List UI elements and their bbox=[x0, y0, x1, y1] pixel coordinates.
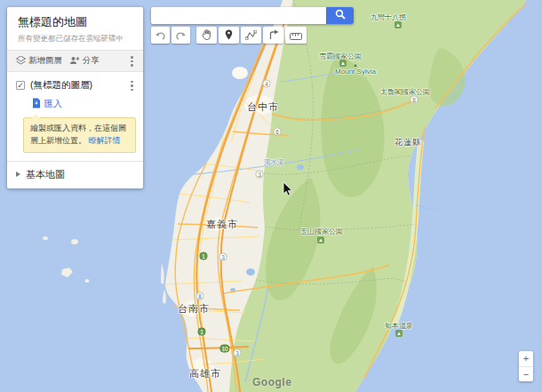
map-label-yushan-park: 玉山國家公園 bbox=[300, 227, 343, 236]
park-badge-icon: ▲ bbox=[395, 21, 402, 28]
route-shield: 3 bbox=[256, 171, 264, 179]
add-marker-button[interactable] bbox=[219, 27, 239, 44]
import-label: 匯入 bbox=[44, 98, 62, 110]
measure-ruler-button[interactable] bbox=[285, 27, 307, 44]
redo-button[interactable] bbox=[171, 27, 190, 44]
zoom-out-button[interactable]: − bbox=[519, 366, 533, 381]
map-label-mount-sylvia: Mount Sylvia bbox=[335, 68, 376, 76]
route-shield: 3 bbox=[219, 253, 227, 261]
map-label-zhuoshui-river: 濁水溪 bbox=[264, 158, 284, 167]
mouse-cursor bbox=[283, 181, 293, 201]
park-badge-icon: ▲ bbox=[339, 60, 347, 67]
mountain-peak-icon: ▲ bbox=[353, 62, 358, 68]
route-shield: 8 bbox=[410, 96, 418, 104]
layer-tip: 繪製或匯入資料，在這個圖層上新增位置。 瞭解詳情 bbox=[23, 117, 136, 153]
route-shield: 10 bbox=[219, 345, 229, 353]
import-file-icon bbox=[32, 98, 41, 110]
draw-line-button[interactable] bbox=[241, 27, 261, 44]
search-button[interactable] bbox=[326, 7, 354, 24]
add-layer-button[interactable]: 新增圖層 bbox=[14, 54, 64, 68]
map-label-tainan: 台南市 bbox=[178, 302, 210, 316]
pan-hand-button[interactable] bbox=[196, 27, 217, 44]
zoom-in-button[interactable]: + bbox=[519, 351, 533, 366]
zoom-control: + − bbox=[519, 351, 533, 381]
undo-icon bbox=[155, 28, 166, 44]
ruler-icon bbox=[290, 28, 302, 44]
map-editor-panel: 無標題的地圖 所有變更都已儲存在雲端硬碟中 新增圖層 分享 ✓ (無標題的圖層) bbox=[7, 7, 143, 188]
park-badge-icon: ▲ bbox=[317, 236, 324, 244]
route-shield: 4 bbox=[263, 80, 271, 88]
layer-name[interactable]: (無標題的圖層) bbox=[30, 79, 92, 92]
share-person-icon bbox=[69, 56, 80, 67]
expand-triangle-icon bbox=[16, 172, 20, 177]
layers-icon bbox=[16, 56, 26, 67]
my-maps-app: 台中市 嘉義市 台南市 高雄市 花蓮縣 雪霸國家公園 Mount Sylvia … bbox=[0, 0, 542, 392]
google-logo: Google bbox=[252, 376, 291, 388]
share-button[interactable]: 分享 bbox=[68, 54, 101, 68]
route-shield: 1 bbox=[198, 328, 206, 336]
map-label-kaohsiung: 高雄市 bbox=[189, 367, 221, 380]
polyline-icon bbox=[245, 28, 257, 44]
map-label-chiayi: 嘉義市 bbox=[206, 218, 238, 231]
save-status: 所有變更都已儲存在雲端硬碟中 bbox=[18, 34, 132, 44]
map-label-zhiben: 知本溫泉 bbox=[385, 321, 413, 331]
panel-menu-button[interactable] bbox=[127, 55, 136, 67]
search-icon bbox=[335, 9, 346, 22]
search-bar bbox=[151, 7, 354, 24]
map-label-taichung: 台中市 bbox=[247, 100, 279, 114]
import-button[interactable]: 匯入 bbox=[7, 93, 143, 110]
map-title[interactable]: 無標題的地圖 bbox=[18, 14, 132, 30]
base-map-label: 基本地圖 bbox=[26, 168, 65, 181]
base-map-row[interactable]: 基本地圖 bbox=[7, 161, 143, 188]
redo-icon bbox=[175, 28, 187, 44]
add-directions-button[interactable] bbox=[263, 27, 283, 44]
route-shield: 6 bbox=[274, 128, 282, 136]
route-shield: 8 bbox=[196, 292, 204, 300]
park-badge-icon: ▲ bbox=[395, 330, 403, 337]
layer-menu-button[interactable] bbox=[127, 80, 136, 92]
directions-icon bbox=[268, 28, 279, 44]
route-shield: 3 bbox=[234, 349, 242, 357]
map-label-taroko-park: 太魯閣國家公園 bbox=[380, 87, 430, 97]
hand-icon bbox=[202, 28, 211, 44]
add-layer-label: 新增圖層 bbox=[28, 55, 62, 67]
map-label-scenic-ne: 九彎十八拐 bbox=[371, 12, 406, 22]
undo-button[interactable] bbox=[151, 27, 170, 44]
share-label: 分享 bbox=[83, 55, 100, 67]
learn-more-link[interactable]: 瞭解詳情 bbox=[89, 136, 121, 145]
marker-pin-icon bbox=[225, 28, 233, 44]
layer-visibility-checkbox[interactable]: ✓ bbox=[16, 81, 25, 90]
search-input[interactable] bbox=[151, 7, 326, 24]
map-label-hualien: 花蓮縣 bbox=[395, 137, 421, 148]
route-shield: 1 bbox=[200, 252, 208, 260]
